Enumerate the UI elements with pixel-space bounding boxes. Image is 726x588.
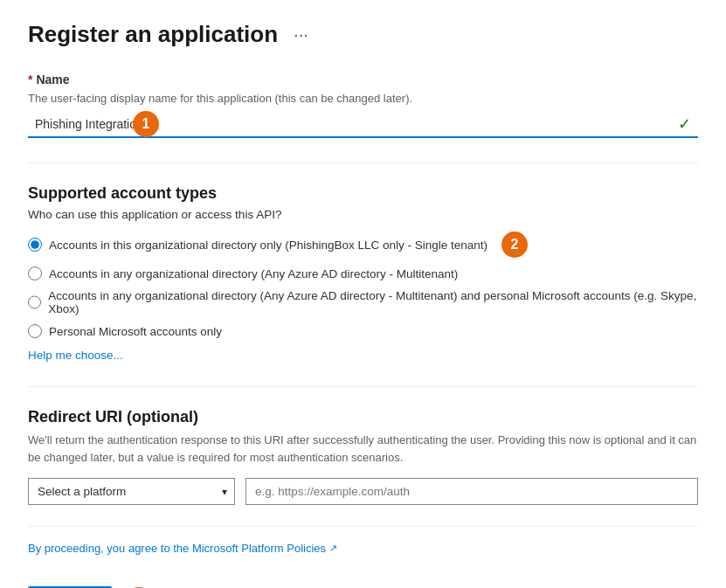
redirect-uri-title: Redirect URI (optional) [28,408,698,426]
redirect-uri-section: Redirect URI (optional) We'll return the… [28,408,698,505]
radio-personal-only-label: Personal Microsoft accounts only [49,325,222,338]
radio-single-tenant[interactable]: Accounts in this organizational director… [28,232,698,258]
required-star: * [28,73,32,86]
page-title-row: Register an application ··· [28,21,698,48]
policy-text: By proceeding, you agree to the Microsof… [28,542,326,555]
radio-single-tenant-label: Accounts in this organizational director… [49,239,487,252]
name-field-label: * Name [28,73,698,86]
radio-personal-only[interactable]: Personal Microsoft accounts only [28,324,698,338]
radio-multi-tenant[interactable]: Accounts in any organizational directory… [28,266,698,280]
redirect-uri-description: We'll return the authentication response… [28,432,698,466]
radio-multi-tenant-personal[interactable]: Accounts in any organizational directory… [28,289,698,315]
help-me-choose-link[interactable]: Help me choose... [28,349,123,362]
name-input-wrapper: 1 ✓ [28,112,698,138]
radio-multi-tenant-personal-input[interactable] [28,295,41,309]
radio-multi-tenant-personal-label: Accounts in any organizational directory… [48,289,698,315]
divider-2 [28,386,698,387]
account-types-title: Supported account types [28,184,698,203]
external-link-icon: ↗ [329,543,337,554]
name-label-text: Name [36,73,69,86]
step-badge-2: 2 [501,232,528,258]
account-types-question: Who can use this application or access t… [28,208,698,221]
name-section: * Name The user-facing display name for … [28,73,698,138]
name-input[interactable] [28,112,678,136]
platform-select[interactable]: Select a platform Web Single-page applic… [29,479,234,504]
policy-row: By proceeding, you agree to the Microsof… [28,541,698,572]
platform-select-wrapper[interactable]: Select a platform Web Single-page applic… [28,478,235,505]
radio-personal-only-input[interactable] [28,324,42,338]
redirect-url-input[interactable] [245,478,698,505]
policy-link[interactable]: By proceeding, you agree to the Microsof… [28,542,337,555]
radio-multi-tenant-label: Accounts in any organizational directory… [49,267,458,280]
radio-multi-tenant-input[interactable] [28,266,42,280]
redirect-inputs-row: Select a platform Web Single-page applic… [28,478,698,505]
radio-group: Accounts in this organizational director… [28,232,698,338]
ellipsis-menu-button[interactable]: ··· [288,23,314,46]
account-types-section: Supported account types Who can use this… [28,184,698,362]
name-checkmark-icon: ✓ [678,114,698,134]
radio-single-tenant-input[interactable] [28,238,42,252]
name-field-description: The user-facing display name for this ap… [28,92,698,105]
footer-area: By proceeding, you agree to the Microsof… [28,526,698,588]
page-title: Register an application [28,21,278,48]
divider-1 [28,163,698,163]
step-badge-1: 1 [133,111,159,137]
